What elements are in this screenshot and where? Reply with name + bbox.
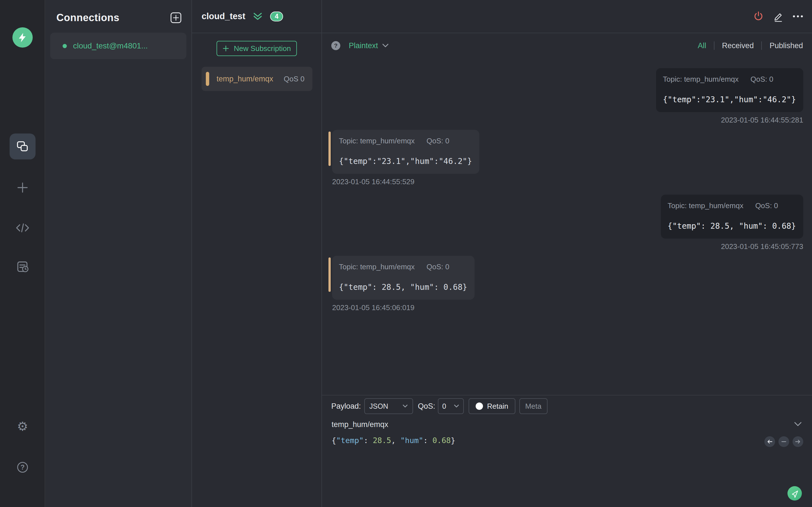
message-qos: QoS: 0: [426, 263, 449, 271]
message-payload: {"temp":"23.1","hum":"46.2"}: [663, 95, 796, 105]
message-published: Topic: temp_hum/emqxQoS: 0 {"temp":"23.1…: [656, 68, 803, 124]
message-received: Topic: temp_hum/emqxQoS: 0 {"temp":"23.1…: [328, 130, 479, 186]
message-format-select[interactable]: Plaintext: [349, 41, 389, 50]
icon-rail: ⚙ ?: [0, 0, 45, 507]
message-bubble: Topic: temp_hum/emqxQoS: 0 {"temp": 28.5…: [661, 194, 803, 238]
help-button[interactable]: ?: [0, 462, 45, 473]
payload-format-help-icon[interactable]: ?: [331, 41, 340, 50]
message-topic: Topic: temp_hum/emqx: [339, 263, 415, 271]
retain-label: Retain: [487, 402, 508, 411]
nav-log-button[interactable]: [0, 260, 45, 274]
double-chevron-down-icon[interactable]: [253, 12, 263, 21]
message-accent-bar: [328, 258, 331, 292]
payload-token: "hum": [400, 436, 423, 445]
nav-new-connection-button[interactable]: [0, 181, 45, 194]
message-bubble: Topic: temp_hum/emqxQoS: 0 {"temp":"23.1…: [656, 68, 803, 112]
message-filters: All Received Published: [698, 41, 803, 50]
new-subscription-button[interactable]: New Subscription: [216, 41, 297, 56]
connection-status-dot: [63, 44, 67, 48]
subscription-item[interactable]: temp_hum/emqx QoS 0: [202, 67, 312, 91]
connection-actions-bar: [322, 0, 812, 33]
publish-topic-input[interactable]: [332, 420, 670, 429]
payload-format-value: JSON: [369, 402, 388, 410]
collapse-editor-button[interactable]: [792, 419, 804, 429]
message-qos: QoS: 0: [755, 202, 778, 210]
message-timestamp: 2023-01-05 16:45:06:019: [332, 303, 414, 312]
disconnect-button[interactable]: [753, 11, 764, 22]
payload-token: :: [423, 436, 433, 445]
chevron-down-icon: [454, 404, 459, 408]
retain-radio-icon: [476, 402, 483, 410]
message-topic: Topic: temp_hum/emqx: [663, 75, 739, 83]
connections-overlap-icon: [16, 140, 29, 153]
payload-token: :: [364, 436, 373, 445]
payload-format-label: Payload:: [331, 402, 361, 411]
message-list: Topic: temp_hum/emqxQoS: 0 {"temp":"23.1…: [322, 58, 812, 395]
meta-label: Meta: [525, 402, 542, 411]
code-icon: [15, 221, 30, 234]
message-bubble: Topic: temp_hum/emqxQoS: 0 {"temp": 28.5…: [332, 256, 474, 300]
add-connection-button[interactable]: [170, 12, 181, 23]
meta-button[interactable]: Meta: [519, 398, 548, 414]
chevron-down-icon: [794, 421, 802, 427]
next-message-button[interactable]: [793, 436, 803, 447]
payload-token: }: [451, 436, 455, 445]
payload-token: ,: [391, 436, 400, 445]
power-icon: [753, 11, 764, 22]
settings-button[interactable]: ⚙: [0, 420, 45, 433]
minus-icon: [781, 439, 787, 444]
clear-message-button[interactable]: [778, 436, 789, 447]
payload-token: 0.68: [433, 436, 451, 445]
ellipsis-icon: [792, 15, 804, 18]
filter-received[interactable]: Received: [722, 41, 754, 50]
connections-header: Connections: [45, 0, 192, 24]
send-message-button[interactable]: [788, 486, 802, 501]
payload-format-select[interactable]: JSON: [364, 398, 413, 414]
message-nav-controls: [764, 436, 803, 447]
connection-title: cloud_test: [202, 11, 245, 21]
arrow-right-icon: [795, 439, 801, 444]
qos-label: QoS:: [418, 402, 435, 411]
connection-name: cloud_test@m4801...: [73, 41, 148, 50]
chevron-down-icon: [402, 404, 408, 408]
nav-connections-button[interactable]: [10, 133, 36, 159]
connection-list-item[interactable]: cloud_test@m4801...: [50, 33, 186, 59]
message-panel: ? Plaintext All Received Published: [322, 0, 812, 507]
message-payload: {"temp": 28.5, "hum": 0.68}: [339, 282, 467, 292]
pencil-icon: [773, 11, 783, 22]
subscription-topic: temp_hum/emqx: [216, 75, 284, 83]
more-options-button[interactable]: [792, 11, 804, 22]
connections-panel: Connections cloud_test@m4801...: [45, 0, 192, 507]
qos-select[interactable]: 0: [438, 398, 464, 414]
edit-connection-button[interactable]: [772, 11, 784, 22]
subscription-count-badge: 4: [270, 11, 283, 21]
subscriptions-panel: cloud_test 4 New Subscription temp_hum/e…: [192, 0, 322, 507]
message-timestamp: 2023-01-05 16:44:55:281: [721, 116, 803, 124]
connection-title-bar: cloud_test 4: [192, 0, 321, 33]
filter-all[interactable]: All: [698, 41, 706, 50]
connections-title: Connections: [56, 12, 119, 24]
arrow-left-icon: [767, 439, 773, 444]
subscription-color-bar: [206, 72, 209, 86]
paper-plane-icon: [790, 489, 800, 498]
publish-payload-editor[interactable]: {"temp": 28.5, "hum": 0.68}: [332, 436, 455, 446]
messages-toolbar: ? Plaintext All Received Published: [322, 33, 812, 58]
nav-script-button[interactable]: [0, 221, 45, 234]
retain-toggle[interactable]: Retain: [469, 398, 515, 414]
filter-published[interactable]: Published: [769, 41, 803, 50]
question-circle-icon: ?: [17, 462, 28, 473]
message-payload: {"temp": 28.5, "hum": 0.68}: [668, 221, 796, 231]
message-topic: Topic: temp_hum/emqx: [339, 136, 415, 145]
prev-message-button[interactable]: [764, 436, 775, 447]
filter-separator: [714, 41, 714, 50]
message-bubble: Topic: temp_hum/emqxQoS: 0 {"temp":"23.1…: [332, 130, 479, 174]
message-timestamp: 2023-01-05 16:45:05:773: [721, 242, 803, 251]
message-topic: Topic: temp_hum/emqx: [668, 202, 744, 210]
message-published: Topic: temp_hum/emqxQoS: 0 {"temp": 28.5…: [661, 194, 803, 251]
mqttx-app-window: ⚙ ? Connections cloud_test@m4801... clou…: [0, 0, 812, 507]
plus-icon: [222, 45, 229, 52]
plus-square-icon: [173, 15, 179, 21]
gear-icon: ⚙: [17, 420, 28, 433]
filter-separator: [761, 41, 762, 50]
plus-icon: [16, 181, 29, 194]
